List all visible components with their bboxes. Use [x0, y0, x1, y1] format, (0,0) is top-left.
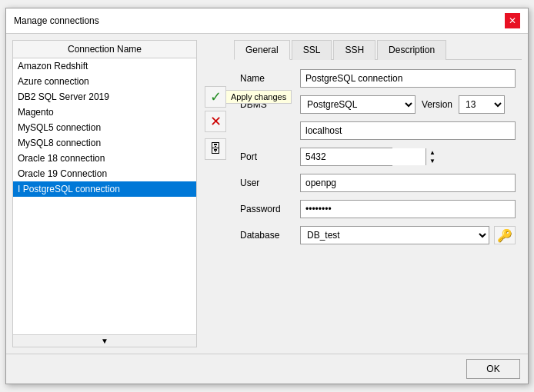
port-spin-buttons: ▲ ▼ [426, 148, 439, 165]
x-icon: ✕ [210, 113, 222, 130]
password-label: Password [240, 204, 294, 214]
apply-changes-button[interactable]: ✓ Apply changes [205, 86, 226, 108]
port-label: Port [240, 151, 294, 162]
database-label: Database [240, 230, 294, 241]
password-database-button[interactable]: 🔑 [494, 226, 516, 244]
list-item[interactable]: Magento [13, 105, 196, 120]
tab-description[interactable]: Description [377, 40, 446, 60]
cancel-changes-button[interactable]: ✕ [205, 111, 226, 132]
port-row: Port ▲ ▼ [240, 148, 516, 166]
user-label: User [240, 178, 294, 188]
list-item[interactable]: DB2 SQL Server 2019 [13, 89, 196, 105]
tabs-bar: General SSL SSH Description [234, 40, 522, 60]
database-row: Database DB_test postgres template1 🔑 [240, 226, 516, 244]
host-row [240, 121, 516, 140]
list-item[interactable]: Oracle 18 connection [13, 151, 196, 166]
toolbar: ✓ Apply changes ✕ 🗄 [202, 40, 229, 347]
scroll-down-button[interactable]: ▼ [13, 334, 196, 347]
name-label: Name [240, 73, 294, 84]
dbms-select[interactable]: PostgreSQL MySQL Oracle SQL Server [300, 95, 416, 114]
list-item[interactable]: MySQL5 connection [13, 120, 196, 135]
dialog-title: Manage connections [14, 15, 99, 26]
dbms-label: DBMS [240, 99, 294, 110]
name-input[interactable] [300, 69, 516, 88]
port-increment-button[interactable]: ▲ [426, 148, 439, 157]
check-icon: ✓ [210, 88, 222, 105]
middle-area: ✓ Apply changes ✕ 🗄 General SSL SSH Desc… [202, 40, 522, 347]
port-decrement-button[interactable]: ▼ [426, 157, 439, 165]
footer: OK [6, 354, 528, 384]
version-select[interactable]: 13 12 11 10 [459, 95, 505, 114]
port-input[interactable] [301, 148, 426, 165]
host-input[interactable] [300, 121, 516, 140]
title-bar: Manage connections ✕ [6, 8, 528, 34]
user-input[interactable] [300, 174, 516, 192]
connections-list-panel: Connection Name Amazon RedshiftAzure con… [12, 40, 197, 347]
list-header: Connection Name [13, 41, 196, 58]
list-item[interactable]: Azure connection [13, 74, 196, 89]
connections-list-scroll[interactable]: Amazon RedshiftAzure connectionDB2 SQL S… [13, 58, 196, 334]
list-item[interactable]: MySQL8 connection [13, 135, 196, 151]
form-fields: Name DBMS PostgreSQL MySQL Oracle SQL Se… [234, 66, 522, 347]
dialog-body: Connection Name Amazon RedshiftAzure con… [6, 34, 528, 354]
form-panel: General SSL SSH Description Name DBMS [234, 40, 522, 347]
database-controls: DB_test postgres template1 🔑 [300, 226, 516, 244]
manage-connections-dialog: Manage connections ✕ Connection Name Ama… [5, 8, 529, 384]
password-row: Password [240, 200, 516, 218]
port-spinner: ▲ ▼ [300, 148, 392, 166]
list-item[interactable]: I PostgreSQL connection [13, 181, 196, 197]
close-button[interactable]: ✕ [505, 13, 520, 28]
list-item[interactable]: Amazon Redshift [13, 58, 196, 74]
ok-button[interactable]: OK [466, 359, 520, 379]
tab-ssl[interactable]: SSL [292, 40, 332, 60]
tab-ssh[interactable]: SSH [333, 40, 375, 60]
dbms-row: DBMS PostgreSQL MySQL Oracle SQL Server … [240, 95, 516, 114]
user-row: User [240, 174, 516, 192]
database-select[interactable]: DB_test postgres template1 [300, 226, 489, 244]
database-icon: 🗄 [209, 142, 222, 156]
version-label: Version [422, 99, 452, 110]
database-icon-button[interactable]: 🗄 [205, 138, 226, 160]
name-row: Name [240, 69, 516, 88]
dbms-controls: PostgreSQL MySQL Oracle SQL Server Versi… [300, 95, 516, 114]
password-input[interactable] [300, 200, 516, 218]
list-item[interactable]: Oracle 19 Connection [13, 166, 196, 181]
tab-general[interactable]: General [234, 40, 290, 60]
